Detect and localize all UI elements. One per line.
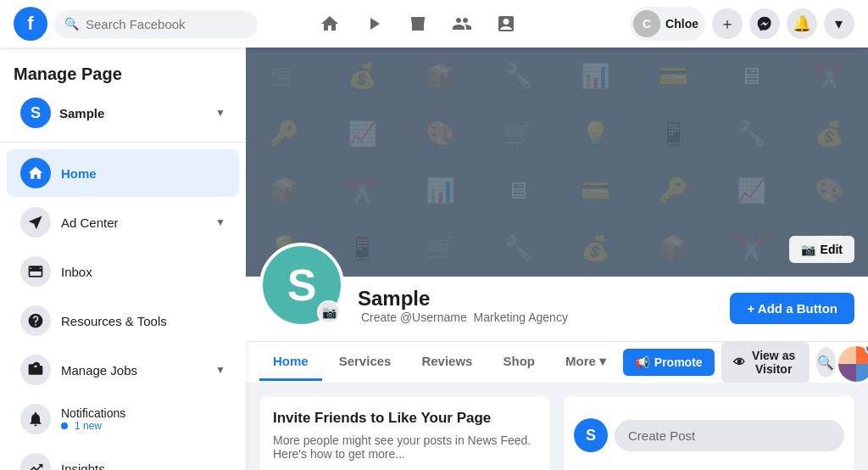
page-tabs: Home Services Reviews Shop More ▾ 📢 Prom…: [246, 341, 868, 383]
user-pill[interactable]: C Chloe: [630, 7, 705, 41]
svg-text:C: C: [643, 17, 651, 31]
sidebar-item-label-resources: Resources & Tools: [61, 314, 225, 328]
profile-meta: Create @Username Marketing Agency: [358, 311, 716, 324]
tab-home[interactable]: Home: [259, 344, 322, 381]
top-navigation: f 🔍 C Chloe ＋ 🔔 ▾: [0, 0, 868, 48]
sidebar-item-insights[interactable]: Insights: [7, 445, 239, 470]
invite-card-title: Invite Friends to Like Your Page: [273, 410, 537, 427]
add-button-btn[interactable]: + Add a Button: [730, 293, 854, 324]
cover-edit-button[interactable]: 📷 Edit: [789, 236, 854, 263]
page-selector[interactable]: S Sample ▼: [7, 91, 239, 135]
profile-avatar-wrap: S 📷: [259, 243, 344, 327]
tab-more[interactable]: More ▾: [552, 344, 620, 382]
home-icon: [20, 158, 51, 188]
create-post-area: S Create Post: [564, 396, 854, 470]
nav-watch-icon[interactable]: [353, 3, 394, 44]
manage-jobs-icon: [20, 355, 51, 385]
more-chevron-icon: ▾: [599, 354, 606, 369]
feed-area: Invite Friends to Like Your Page More pe…: [246, 383, 868, 470]
page-name-label: Sample: [59, 106, 207, 120]
sidebar-divider-1: [0, 142, 246, 143]
insights-icon: [20, 453, 51, 470]
sidebar-item-inbox[interactable]: Inbox: [7, 248, 239, 295]
tab-actions: 📢 Promote 👁 View as Visitor 🔍 ⋯ 82: [623, 342, 868, 383]
nav-pages-icon[interactable]: [486, 3, 526, 44]
notifications-label-wrap: Notifications 1 new: [61, 406, 225, 432]
sidebar-item-label-inbox: Inbox: [61, 265, 225, 279]
search-bar[interactable]: 🔍: [54, 10, 258, 38]
notifications-sidebar-icon: [20, 404, 51, 434]
nav-groups-icon[interactable]: [442, 3, 482, 44]
menu-dropdown-btn[interactable]: ▾: [824, 8, 854, 39]
tab-reviews[interactable]: Reviews: [408, 344, 486, 381]
create-post-button[interactable]: Create Post: [615, 420, 844, 451]
avatar-cluster-small[interactable]: 82: [836, 344, 868, 384]
page-selector-chevron: ▼: [215, 107, 225, 119]
sidebar-item-manage-jobs[interactable]: Manage Jobs ▼: [7, 346, 239, 394]
notification-dot: [61, 422, 68, 429]
camera-icon: 📷: [801, 243, 815, 256]
manage-jobs-chevron: ▼: [215, 364, 225, 376]
notifications-label: Notifications: [61, 406, 225, 420]
add-icon-btn[interactable]: ＋: [712, 8, 743, 39]
notification-badge-wrap: 1 new: [61, 420, 225, 432]
profile-section: S 📷 Sample Create @Username Marketing Ag…: [246, 277, 868, 341]
view-as-visitor-button[interactable]: 👁 View as Visitor: [721, 342, 810, 383]
visitor-eye-icon: 👁: [733, 355, 745, 369]
tab-more-btn-wrap: ⋯ 82: [843, 347, 868, 378]
invite-friends-card: Invite Friends to Like Your Page More pe…: [259, 396, 550, 470]
sidebar-item-label-home: Home: [61, 166, 225, 181]
sidebar-item-label-insights: Insights: [61, 462, 225, 471]
inbox-icon: [20, 256, 51, 287]
tab-shop[interactable]: Shop: [489, 344, 548, 381]
profile-category: Marketing Agency: [474, 311, 568, 324]
sidebar-title: Manage Page: [0, 54, 246, 91]
main-content: 🛒💰📦🔧📊💳🖥✂️ 🔑📈🎨🛒💡📱🔧💰 📦✂️📊🖥💳🔑📈🎨 💡📱🛒🔧💰📦✂️📊 📷…: [246, 48, 868, 470]
ad-center-chevron: ▼: [215, 216, 225, 228]
notifications-icon-btn[interactable]: 🔔: [787, 8, 817, 39]
tab-search-button[interactable]: 🔍: [816, 347, 836, 378]
profile-camera-button[interactable]: 📷: [317, 300, 341, 324]
promote-tab-icon: 📢: [635, 355, 649, 369]
sidebar: Manage Page S Sample ▼ Home Ad Center ▼ …: [0, 48, 246, 470]
messenger-icon-btn[interactable]: [749, 8, 780, 39]
profile-name: Sample: [358, 287, 716, 311]
sidebar-item-notifications[interactable]: Notifications 1 new: [7, 395, 239, 443]
post-avatar: S: [574, 418, 608, 452]
nav-marketplace-icon[interactable]: [398, 3, 438, 44]
sidebar-item-home[interactable]: Home: [7, 149, 239, 197]
ad-center-icon: [20, 207, 51, 238]
sidebar-item-ad-center[interactable]: Ad Center ▼: [7, 199, 239, 246]
sidebar-item-resources[interactable]: Resources & Tools: [7, 297, 239, 344]
search-icon: 🔍: [64, 17, 79, 31]
facebook-logo[interactable]: f: [14, 7, 47, 41]
user-avatar: C: [633, 10, 660, 37]
promote-tab-button[interactable]: 📢 Promote: [623, 349, 715, 376]
invite-card-text: More people might see your posts in News…: [273, 434, 537, 461]
user-name: Chloe: [665, 17, 698, 31]
search-input[interactable]: [86, 17, 248, 31]
tab-services[interactable]: Services: [326, 344, 405, 381]
nav-right: C Chloe ＋ 🔔 ▾: [630, 7, 854, 41]
profile-info: Sample Create @Username Marketing Agency: [358, 287, 716, 327]
sidebar-item-label-manage-jobs: Manage Jobs: [61, 363, 205, 378]
nav-home-icon[interactable]: [309, 3, 350, 44]
username-link[interactable]: Create @Username: [361, 311, 467, 324]
resources-icon: [20, 305, 51, 336]
nav-icons: [309, 3, 526, 44]
page-avatar-icon: S: [20, 98, 51, 128]
notification-count: 1 new: [75, 420, 102, 432]
sidebar-item-label-ad-center: Ad Center: [61, 215, 205, 230]
